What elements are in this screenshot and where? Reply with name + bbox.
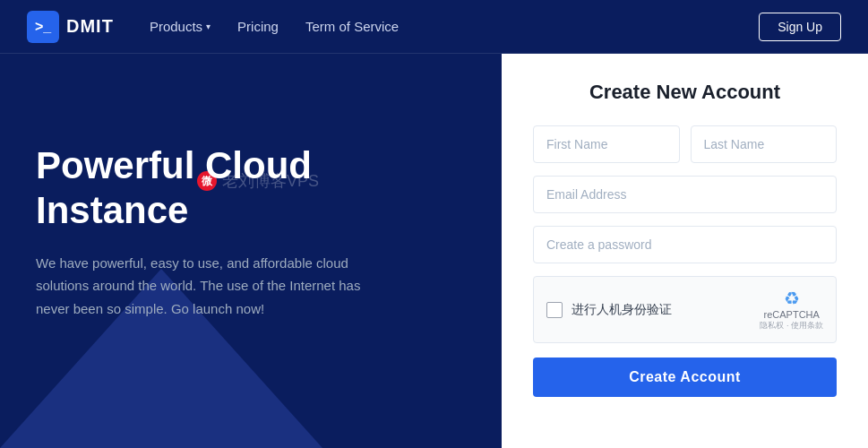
email-input[interactable] [533,176,837,213]
nav-pricing[interactable]: Pricing [237,19,279,34]
password-group [533,226,837,263]
logo-symbol: >_ [35,19,51,35]
logo-area: >_ DMIT [27,11,114,43]
main-nav: Products ▾ Pricing Term of Service [150,19,399,34]
email-group [533,176,837,213]
nav-tos[interactable]: Term of Service [305,19,399,34]
signup-form-panel: Create New Account 进行人机身份验证 ♻ reCAPTCHA … [502,54,868,448]
recaptcha-icon: ♻ [784,288,800,309]
create-account-button[interactable]: Create Account [533,358,837,397]
logo-text: DMIT [66,16,114,37]
signup-button[interactable]: Sign Up [759,13,841,41]
last-name-input[interactable] [691,125,838,163]
first-name-input[interactable] [533,125,680,163]
captcha-label: 进行人机身份验证 [572,302,672,318]
hero-description: We have powerful, easy to use, and affor… [36,252,376,321]
main-content: 微 老刘博客VPS Powerful Cloud Instance We hav… [0,54,868,448]
header-right: Sign Up [759,13,841,41]
password-input[interactable] [533,226,837,263]
chevron-down-icon: ▾ [206,22,211,31]
name-row [533,125,837,163]
recaptcha-badge: ♻ reCAPTCHA 隐私权 · 使用条款 [760,288,823,332]
nav-products[interactable]: Products ▾ [150,19,211,34]
header: >_ DMIT Products ▾ Pricing Term of Servi… [0,0,868,54]
captcha-checkbox[interactable] [546,302,563,318]
left-panel: 微 老刘博客VPS Powerful Cloud Instance We hav… [0,54,502,448]
hero-title: Powerful Cloud Instance [36,143,466,234]
captcha-box[interactable]: 进行人机身份验证 ♻ reCAPTCHA 隐私权 · 使用条款 [533,276,837,343]
captcha-left: 进行人机身份验证 [546,302,672,318]
logo-icon: >_ [27,11,59,43]
form-title: Create New Account [533,81,837,104]
